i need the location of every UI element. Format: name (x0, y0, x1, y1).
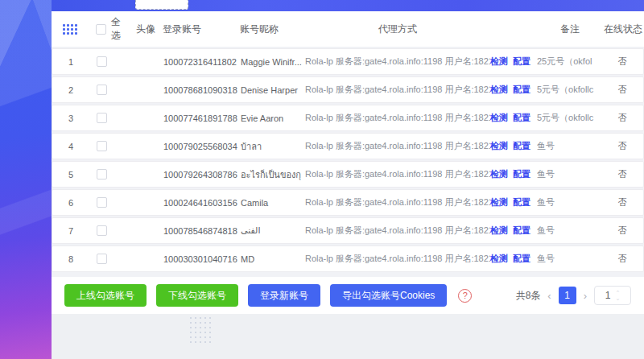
remark: 5元号（okfollc (537, 84, 601, 96)
online-status: 否 (601, 168, 643, 180)
table-header-row: 全选 头像 登录账号 账号昵称 代理方式 备注 在线状态 (52, 11, 644, 47)
online-status-header: 在线状态 (602, 23, 644, 36)
login-new-account-button[interactable]: 登录新账号 (248, 284, 320, 307)
nickname: Denise Harper (241, 85, 305, 95)
config-link[interactable]: 配置 (513, 225, 530, 237)
config-link[interactable]: 配置 (513, 84, 530, 96)
proxy-info: Rola-lp 服务器:gate4.rola.info:1198 用户名:182… (305, 112, 490, 124)
login-account: 100079025568034 (163, 142, 241, 151)
table-row: 4 100079025568034 บ้าลา Rola-lp 服务器:gate… (52, 133, 644, 159)
remark: 鱼号 (537, 196, 601, 208)
select-all-label: 全选 (111, 15, 129, 43)
row-index: 1 (52, 57, 89, 67)
row-checkbox[interactable] (97, 169, 107, 180)
row-index: 3 (52, 113, 89, 123)
remark-header: 备注 (538, 23, 602, 36)
table-body: 1 100072316411802 Maggie Winifr... Rola-… (52, 48, 644, 272)
online-status: 否 (601, 112, 643, 124)
nickname: الفنى (241, 225, 305, 236)
config-link[interactable]: 配置 (513, 140, 530, 152)
row-index: 5 (52, 170, 89, 180)
row-checkbox[interactable] (97, 141, 107, 151)
row-checkbox[interactable] (97, 197, 107, 208)
help-icon[interactable]: ? (458, 289, 472, 303)
pagination: 共8条 ‹ 1 › 1 ⌃⌄ (516, 286, 631, 305)
offline-selected-button[interactable]: 下线勾选账号 (156, 284, 238, 307)
current-page-button[interactable]: 1 (559, 287, 576, 304)
remark: 25元号（okfol (537, 56, 601, 68)
detect-link[interactable]: 检测 (490, 168, 508, 180)
online-status: 否 (601, 196, 643, 208)
config-link[interactable]: 配置 (513, 168, 530, 180)
next-page-icon[interactable]: › (584, 290, 587, 302)
remark: 鱼号 (537, 253, 601, 265)
login-account: 100024641603156 (163, 198, 241, 208)
footer-toolbar: 上线勾选账号 下线勾选账号 登录新账号 导出勾选账号Cookies ? 共8条 … (52, 277, 644, 314)
detect-link[interactable]: 检测 (490, 253, 508, 265)
detect-link[interactable]: 检测 (490, 56, 508, 68)
export-cookies-button[interactable]: 导出勾选账号Cookies (330, 284, 447, 307)
proxy-info: Rola-lp 服务器:gate4.rola.info:1198 用户名:182… (305, 196, 490, 208)
prev-page-icon[interactable]: ‹ (547, 290, 551, 302)
detect-link[interactable]: 检测 (490, 196, 508, 208)
page-jump-value: 1 (605, 290, 611, 301)
select-all-checkbox[interactable] (96, 24, 106, 35)
nickname: Evie Aaron (241, 113, 305, 123)
remark: 鱼号 (537, 225, 601, 237)
left-decor-background (0, 0, 52, 359)
config-link[interactable]: 配置 (513, 56, 530, 68)
detect-link[interactable]: 检测 (490, 112, 508, 124)
login-account: 100030301040716 (163, 254, 241, 264)
online-selected-button[interactable]: 上线勾选账号 (64, 284, 147, 307)
online-status: 否 (601, 253, 643, 265)
table-row: 8 100030301040716 MD Rola-lp 服务器:gate4.r… (52, 246, 644, 272)
proxy-info: Rola-lp 服务器:gate4.rola.info:1198 用户名:182… (305, 168, 490, 180)
row-index: 8 (52, 254, 89, 264)
login-account: 100072316411802 (163, 57, 241, 67)
row-checkbox[interactable] (97, 85, 107, 95)
nickname: อะไรก็เป็นของกุ (241, 167, 305, 182)
login-account: 100077461891788 (163, 113, 241, 123)
proxy-info: Rola-lp 服务器:gate4.rola.info:1198 用户名:182… (305, 140, 490, 152)
table-row: 3 100077461891788 Evie Aaron Rola-lp 服务器… (52, 105, 644, 131)
proxy-info: Rola-lp 服务器:gate4.rola.info:1198 用户名:182… (305, 84, 490, 96)
dots-watermark (188, 316, 211, 345)
remark: 鱼号 (537, 168, 601, 180)
login-account: 100078681090318 (163, 85, 241, 95)
drag-grid-icon (52, 24, 89, 35)
top-blue-strip (52, 0, 644, 11)
nickname: บ้าลา (241, 139, 305, 154)
config-link[interactable]: 配置 (513, 112, 530, 124)
avatar-header: 头像 (129, 23, 163, 36)
row-checkbox[interactable] (97, 225, 107, 236)
config-link[interactable]: 配置 (513, 253, 530, 265)
total-count-label: 共8条 (516, 289, 541, 303)
login-account-header: 登录账号 (163, 23, 240, 36)
row-index: 4 (52, 142, 89, 151)
detect-link[interactable]: 检测 (490, 225, 508, 237)
bottom-area (52, 314, 644, 359)
online-status: 否 (601, 56, 643, 68)
row-index: 6 (52, 198, 89, 208)
detect-link[interactable]: 检测 (490, 140, 508, 152)
row-checkbox[interactable] (97, 254, 107, 264)
stepper-icon[interactable]: ⌃⌄ (615, 290, 620, 301)
row-checkbox[interactable] (97, 56, 107, 67)
table-row: 6 100024641603156 Camila Rola-lp 服务器:gat… (52, 189, 644, 216)
proxy-info: Rola-lp 服务器:gate4.rola.info:1198 用户名:182… (305, 253, 490, 265)
table-row: 2 100078681090318 Denise Harper Rola-lp … (52, 76, 644, 103)
page-jump-input[interactable]: 1 ⌃⌄ (594, 286, 631, 305)
config-link[interactable]: 配置 (513, 196, 530, 208)
nickname-header: 账号昵称 (240, 23, 304, 36)
nickname: Camila (241, 198, 305, 208)
online-status: 否 (601, 84, 643, 96)
login-account: 100079264308786 (163, 170, 241, 180)
table-row: 5 100079264308786 อะไรก็เป็นของกุ Rola-l… (52, 161, 644, 188)
table-row: 7 100078546874818 الفنى Rola-lp 服务器:gate… (52, 217, 644, 244)
accounts-panel: 全选 头像 登录账号 账号昵称 代理方式 备注 在线状态 1 100072316… (52, 11, 644, 359)
row-checkbox[interactable] (97, 113, 107, 123)
online-status: 否 (601, 225, 643, 237)
proxy-header: 代理方式 (304, 23, 491, 36)
table-row: 1 100072316411802 Maggie Winifr... Rola-… (52, 48, 644, 75)
detect-link[interactable]: 检测 (490, 84, 508, 96)
